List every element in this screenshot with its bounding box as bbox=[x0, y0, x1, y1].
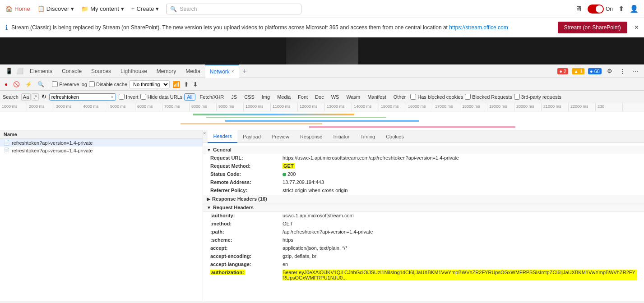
request-url-row: Request URL: https://uswc-1.api.microsof… bbox=[203, 154, 644, 162]
banner-close-button[interactable]: × bbox=[635, 23, 639, 32]
tab-timing[interactable]: Timing bbox=[355, 130, 381, 143]
record-button[interactable]: ● bbox=[3, 80, 9, 88]
tab-network[interactable]: Network × bbox=[205, 64, 239, 78]
tab-cookies[interactable]: Cookies bbox=[380, 130, 409, 143]
response-headers-section[interactable]: ▶ Response Headers (16) bbox=[203, 195, 644, 203]
filter-other-button[interactable]: Other bbox=[391, 93, 409, 101]
throttle-select[interactable]: No throttling bbox=[129, 80, 170, 88]
nav-discover[interactable]: 📋 Discover ▾ bbox=[37, 5, 74, 12]
tab-payload[interactable]: Payload bbox=[237, 130, 266, 143]
devtools-select-icon[interactable]: ⬜ bbox=[14, 67, 25, 75]
screen-icon[interactable]: 🖥 bbox=[575, 5, 582, 13]
search-bar[interactable]: 🔍 Search bbox=[166, 4, 301, 14]
request-headers-label: Request Headers bbox=[213, 205, 254, 210]
tab-initiator[interactable]: Initiator bbox=[328, 130, 355, 143]
toggle-switch[interactable] bbox=[588, 5, 604, 14]
tab-lighthouse[interactable]: Lighthouse bbox=[116, 64, 152, 78]
scheme-value: https bbox=[283, 237, 637, 243]
tab-console[interactable]: Console bbox=[57, 64, 87, 78]
accept-key: accept: bbox=[210, 245, 283, 251]
mycontent-icon: 📁 bbox=[81, 5, 88, 12]
search-button[interactable]: 🔍 bbox=[36, 80, 46, 88]
filter-img-button[interactable]: Img bbox=[259, 93, 273, 101]
detail-close-button[interactable]: × bbox=[203, 130, 206, 142]
devtools-more-icon[interactable]: ⋮ bbox=[618, 67, 627, 75]
preserve-log-input[interactable] bbox=[52, 81, 58, 87]
status-code-row: Status Code: 200 bbox=[203, 170, 644, 179]
invert-input[interactable] bbox=[119, 94, 125, 100]
filter-all-button[interactable]: All bbox=[184, 93, 195, 101]
download-har-icon[interactable]: ⬇ bbox=[192, 80, 199, 89]
third-party-input[interactable] bbox=[514, 94, 520, 100]
timeline-tick: 16000 ms bbox=[406, 103, 433, 111]
method-row: :method: GET bbox=[203, 220, 644, 228]
hide-data-urls-input[interactable] bbox=[140, 94, 146, 100]
filter-js-button[interactable]: JS bbox=[228, 93, 240, 101]
timeline-bars bbox=[0, 111, 644, 130]
disable-cache-checkbox[interactable]: Disable cache bbox=[89, 81, 127, 87]
banner-cta-button[interactable]: Stream (on SharePoint) bbox=[558, 22, 627, 33]
search-input[interactable] bbox=[51, 94, 110, 100]
timeline-tick: 20000 ms bbox=[514, 103, 542, 111]
upload-har-icon[interactable]: ⬆ bbox=[183, 80, 190, 89]
tab-memory[interactable]: Memory bbox=[152, 64, 181, 78]
tab-headers[interactable]: Headers bbox=[208, 130, 237, 143]
path-row: :path: /api/refreshtoken?api-version=1.4… bbox=[203, 228, 644, 236]
remote-address-key: Remote Address: bbox=[210, 179, 283, 185]
filter-doc-button[interactable]: Doc bbox=[312, 93, 327, 101]
timeline-tick: 5000 ms bbox=[108, 103, 135, 111]
clear-button[interactable]: 🚫 bbox=[11, 80, 22, 88]
tab-network-close[interactable]: × bbox=[232, 69, 234, 74]
tab-media[interactable]: Media bbox=[181, 64, 205, 78]
file-row-1[interactable]: 📄 refreshtoken?api-version=1.4-private bbox=[0, 139, 203, 147]
third-party-checkbox[interactable]: 3rd-party requests bbox=[514, 94, 561, 100]
preserve-log-checkbox[interactable]: Preserve log bbox=[52, 81, 87, 87]
nav-create[interactable]: + Create ▾ bbox=[131, 5, 159, 12]
filter-button[interactable]: ⚡ bbox=[23, 80, 34, 88]
filter-media-button[interactable]: Media bbox=[274, 93, 293, 101]
general-section-header[interactable]: ▼ General bbox=[203, 146, 644, 154]
scheme-row: :scheme: https bbox=[203, 236, 644, 244]
preserve-log-label: Preserve log bbox=[59, 82, 87, 87]
has-blocked-cookies-input[interactable] bbox=[410, 94, 416, 100]
regex-button[interactable]: .* bbox=[32, 93, 38, 101]
chevron-down-icon: ▾ bbox=[71, 5, 74, 12]
tab-sources[interactable]: Sources bbox=[87, 64, 116, 78]
filter-font-button[interactable]: Font bbox=[295, 93, 310, 101]
file-row-2[interactable]: 📄 refreshtoken?api-version=1.4-private bbox=[0, 147, 203, 154]
tab-response[interactable]: Response bbox=[295, 130, 328, 143]
top-navigation: 🏠 Home 📋 Discover ▾ 📁 My content ▾ + Cre… bbox=[0, 0, 644, 18]
filter-wasm-button[interactable]: Wasm bbox=[343, 93, 363, 101]
filter-ws-button[interactable]: WS bbox=[329, 93, 342, 101]
disable-cache-input[interactable] bbox=[89, 81, 95, 87]
nav-home[interactable]: 🏠 Home bbox=[5, 5, 30, 12]
add-tab-button[interactable]: + bbox=[239, 67, 250, 75]
has-blocked-cookies-checkbox[interactable]: Has blocked cookies bbox=[410, 94, 463, 100]
toggle-container[interactable]: On bbox=[588, 5, 613, 14]
refresh-button[interactable]: ↻ bbox=[42, 93, 46, 100]
filter-css-button[interactable]: CSS bbox=[241, 93, 257, 101]
upload-icon[interactable]: ⬆ bbox=[618, 5, 624, 13]
request-headers-section[interactable]: ▼ Request Headers bbox=[203, 203, 644, 212]
hide-data-urls-checkbox[interactable]: Hide data URLs bbox=[140, 94, 183, 100]
devtools-settings-icon[interactable]: ⚙ bbox=[605, 67, 614, 75]
invert-checkbox[interactable]: Invert bbox=[119, 94, 139, 100]
blocked-requests-checkbox[interactable]: Blocked Requests bbox=[465, 94, 512, 100]
tab-preview[interactable]: Preview bbox=[266, 130, 295, 143]
wifi-icon[interactable]: 📶 bbox=[171, 80, 181, 89]
banner-link[interactable]: https://stream.office.com bbox=[449, 24, 508, 31]
search-clear-button[interactable]: × bbox=[111, 94, 114, 100]
blocked-requests-input[interactable] bbox=[465, 94, 471, 100]
method-highlight: GET bbox=[283, 163, 295, 169]
timeline-tick: 4000 ms bbox=[81, 103, 108, 111]
accept-row: accept: application/json, text/plain, */… bbox=[203, 244, 644, 252]
filter-fetch-xhr-button[interactable]: Fetch/XHR bbox=[197, 93, 227, 101]
devtools-mobile-icon[interactable]: 📱 bbox=[4, 67, 14, 75]
nav-mycontent[interactable]: 📁 My content ▾ bbox=[81, 5, 124, 12]
separator bbox=[49, 81, 49, 88]
blocked-requests-label: Blocked Requests bbox=[472, 94, 512, 100]
tab-elements[interactable]: Elements bbox=[25, 64, 57, 78]
devtools-dock-icon[interactable]: ⋯ bbox=[631, 67, 640, 75]
user-icon[interactable]: 👤 bbox=[630, 5, 639, 13]
filter-manifest-button[interactable]: Manifest bbox=[365, 93, 389, 101]
